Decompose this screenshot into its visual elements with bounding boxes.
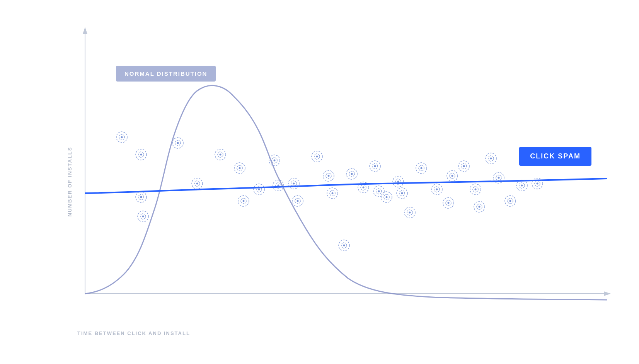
svg-point-36	[274, 160, 276, 162]
svg-point-33	[258, 189, 260, 191]
dot-3	[138, 211, 148, 222]
chart-svg	[54, 23, 615, 325]
svg-point-30	[243, 200, 245, 202]
dot-12	[288, 178, 299, 189]
dot-32	[474, 201, 485, 212]
svg-point-69	[378, 191, 380, 192]
svg-point-57	[343, 245, 345, 247]
dot-5	[192, 178, 203, 189]
svg-point-75	[397, 181, 399, 183]
dot-18	[346, 168, 357, 179]
svg-point-90	[448, 202, 450, 204]
svg-point-108	[498, 177, 500, 179]
svg-point-60	[351, 173, 353, 175]
dot-14	[312, 151, 322, 162]
dot-16	[327, 188, 338, 199]
svg-point-54	[332, 192, 334, 194]
svg-point-99	[475, 189, 477, 191]
dot-4	[172, 138, 183, 148]
dot-33	[486, 153, 496, 164]
dot-6	[215, 149, 226, 160]
svg-marker-3	[604, 291, 611, 296]
svg-point-87	[436, 189, 438, 191]
dot-30	[458, 161, 469, 172]
dot-0	[116, 132, 127, 143]
dot-17	[339, 240, 349, 251]
dot-27	[431, 184, 442, 195]
dot-25	[404, 207, 415, 218]
svg-point-114	[521, 185, 523, 187]
svg-point-15	[142, 216, 144, 218]
dot-24	[397, 188, 407, 199]
dot-28	[443, 197, 454, 208]
svg-point-48	[316, 156, 318, 158]
dot-15	[323, 170, 334, 181]
dot-20	[370, 161, 380, 172]
dot-29	[447, 170, 458, 181]
dot-36	[516, 180, 527, 191]
x-axis-label: TIME BETWEEN CLICK AND INSTALL	[77, 330, 190, 336]
svg-point-93	[452, 175, 453, 177]
dot-31	[470, 184, 481, 195]
svg-point-21	[196, 183, 198, 185]
svg-point-111	[509, 200, 511, 202]
svg-point-105	[490, 158, 492, 160]
svg-point-84	[421, 167, 423, 169]
dot-35	[505, 196, 516, 206]
dot-2	[136, 192, 147, 202]
dot-1	[136, 149, 147, 160]
dot-21	[373, 186, 384, 197]
svg-point-102	[479, 206, 481, 208]
svg-point-18	[177, 142, 179, 144]
svg-point-96	[463, 165, 465, 167]
dot-22	[381, 192, 392, 202]
svg-point-78	[401, 192, 403, 194]
dot-9	[254, 184, 264, 195]
dot-23	[393, 176, 404, 187]
svg-point-12	[140, 196, 142, 198]
svg-point-45	[297, 200, 299, 202]
svg-marker-1	[83, 27, 87, 34]
svg-point-51	[328, 175, 330, 177]
dot-13	[292, 196, 303, 206]
svg-point-27	[239, 167, 241, 169]
dot-7	[234, 163, 245, 173]
dot-26	[416, 163, 427, 173]
dot-8	[238, 196, 249, 206]
svg-point-63	[363, 187, 365, 189]
svg-point-117	[537, 183, 538, 185]
svg-point-6	[121, 136, 123, 138]
svg-point-24	[220, 154, 222, 156]
svg-point-81	[409, 212, 411, 214]
svg-point-72	[386, 196, 388, 198]
chart-container: NUMBER OF INSTALLS TIME BETWEEN CLICK AN…	[31, 23, 622, 340]
svg-point-66	[374, 165, 376, 167]
svg-point-42	[293, 183, 295, 185]
svg-point-9	[140, 154, 142, 156]
svg-point-39	[278, 185, 279, 187]
